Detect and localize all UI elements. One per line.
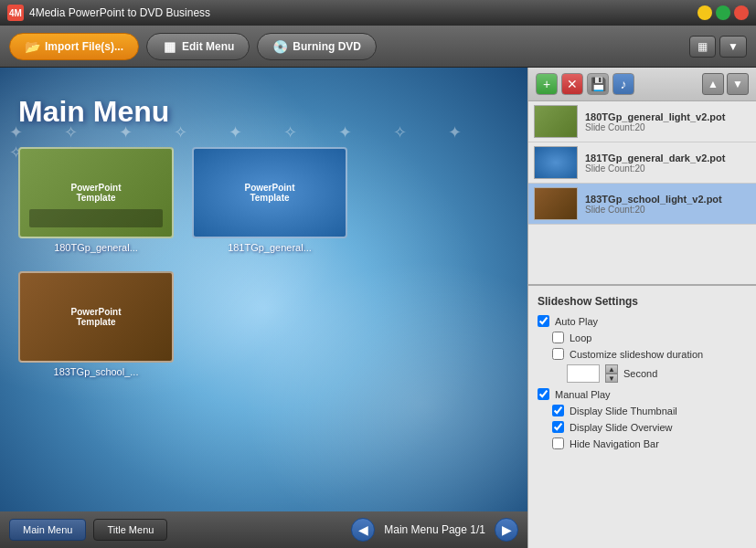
- template-slides-2: Slide Count:20: [585, 163, 751, 174]
- template-thumb-2: [534, 146, 578, 179]
- hide-nav-row: Hide Navigation Bar: [538, 437, 747, 449]
- music-template-button[interactable]: ♪: [612, 73, 634, 95]
- minimize-button[interactable]: [697, 5, 712, 20]
- toolbar-dropdown-button[interactable]: ▼: [719, 36, 747, 58]
- page-label: Main Menu Page 1/1: [384, 523, 485, 536]
- import-icon: 📂: [25, 39, 39, 54]
- display-thumbnail-label[interactable]: Display Slide Thumbnail: [570, 406, 677, 416]
- customize-checkbox[interactable]: [552, 348, 564, 360]
- move-up-button[interactable]: ▲: [702, 73, 724, 95]
- toolbar-right: ▦ ▼: [689, 36, 747, 58]
- display-thumbnail-row: Display Slide Thumbnail: [538, 405, 747, 416]
- manual-play-row: Manual Play: [538, 388, 747, 400]
- list-nav-buttons: ▲ ▼: [702, 73, 749, 95]
- loop-checkbox[interactable]: [552, 332, 564, 343]
- right-panel: + ✕ 💾 ♪ ▲ ▼ 180TGp_general_light_v2.pot …: [527, 68, 756, 548]
- template-thumb-3: [534, 187, 578, 220]
- edit-menu-button[interactable]: ▦ Edit Menu: [146, 33, 250, 60]
- prev-page-button[interactable]: ◀: [351, 518, 375, 542]
- next-page-button[interactable]: ▶: [495, 518, 518, 542]
- maximize-button[interactable]: [716, 5, 730, 20]
- template-info-2: 181TGp_general_dark_v2.pot Slide Count:2…: [585, 153, 751, 174]
- menu-title: Main Menu: [18, 95, 509, 129]
- manual-play-label[interactable]: Manual Play: [555, 389, 611, 400]
- template-info-3: 183TGp_school_light_v2.pot Slide Count:2…: [585, 194, 751, 215]
- slideshow-settings: Slideshow Settings Auto Play Loop Custom…: [528, 284, 756, 463]
- template-info-1: 180TGp_general_light_v2.pot Slide Count:…: [585, 111, 751, 132]
- edit-menu-icon: ▦: [162, 39, 176, 54]
- template-slides-3: Slide Count:20: [585, 205, 751, 215]
- customize-row: Customize slideshow duration: [538, 348, 747, 360]
- toolbar-grid-button[interactable]: ▦: [689, 36, 716, 58]
- thumbnail-label-1: 180TGp_general...: [54, 242, 138, 253]
- customize-label[interactable]: Customize slideshow duration: [570, 349, 703, 360]
- app-icon: 4M: [7, 5, 24, 21]
- auto-play-label[interactable]: Auto Play: [555, 316, 598, 327]
- preview-panel: Main Menu 180TGp_general... 181TGp_gener…: [0, 68, 527, 548]
- display-thumbnail-checkbox[interactable]: [552, 405, 564, 416]
- import-files-button[interactable]: 📂 Import File(s)...: [9, 33, 139, 60]
- burning-dvd-button[interactable]: 💿 Burning DVD: [257, 33, 377, 60]
- template-name-2: 181TGp_general_dark_v2.pot: [585, 153, 751, 163]
- bottom-bar: Main Menu Title Menu ◀ Main Menu Page 1/…: [0, 511, 527, 548]
- second-label: Second: [623, 368, 657, 379]
- duration-input[interactable]: 5: [567, 364, 600, 383]
- spin-up-button[interactable]: ▲: [605, 364, 618, 374]
- display-overview-checkbox[interactable]: [552, 421, 564, 433]
- loop-row: Loop: [538, 332, 747, 343]
- loop-label[interactable]: Loop: [570, 332, 591, 343]
- display-overview-label[interactable]: Display Slide Overview: [570, 422, 672, 433]
- settings-title: Slideshow Settings: [538, 295, 747, 308]
- thumbnail-image-3: [18, 271, 174, 363]
- template-name-3: 183TGp_school_light_v2.pot: [585, 194, 751, 205]
- spin-down-button[interactable]: ▼: [605, 374, 618, 383]
- template-slides-1: Slide Count:20: [585, 122, 751, 132]
- display-overview-row: Display Slide Overview: [538, 421, 747, 433]
- duration-row: 5 ▲ ▼ Second: [538, 364, 747, 383]
- thumbnail-image-1: [18, 147, 174, 238]
- auto-play-row: Auto Play: [538, 315, 747, 327]
- thumbnail-label-2: 181TGp_general...: [228, 242, 312, 253]
- hide-nav-checkbox[interactable]: [552, 437, 564, 449]
- manual-play-checkbox[interactable]: [538, 388, 549, 400]
- add-template-button[interactable]: +: [536, 73, 558, 95]
- main-menu-button[interactable]: Main Menu: [9, 519, 86, 541]
- close-button[interactable]: [734, 5, 749, 20]
- template-item-2[interactable]: 181TGp_general_dark_v2.pot Slide Count:2…: [528, 142, 756, 184]
- template-list-header: + ✕ 💾 ♪ ▲ ▼: [528, 68, 756, 101]
- navigation-area: ◀ Main Menu Page 1/1 ▶: [351, 518, 518, 542]
- remove-template-button[interactable]: ✕: [561, 73, 583, 95]
- thumbnail-item-1[interactable]: 180TGp_general...: [18, 147, 174, 253]
- main-content: Main Menu 180TGp_general... 181TGp_gener…: [0, 68, 756, 548]
- hide-nav-label[interactable]: Hide Navigation Bar: [570, 438, 659, 449]
- template-name-1: 180TGp_general_light_v2.pot: [585, 111, 751, 122]
- thumbnail-item-3[interactable]: 183TGp_school_...: [18, 271, 174, 377]
- auto-play-checkbox[interactable]: [538, 315, 549, 327]
- thumbnail-image-2: [192, 147, 347, 238]
- titlebar: 4M 4Media PowerPoint to DVD Business: [0, 0, 756, 26]
- template-item-1[interactable]: 180TGp_general_light_v2.pot Slide Count:…: [528, 101, 756, 142]
- thumbnail-item-2[interactable]: 181TGp_general...: [192, 147, 347, 253]
- template-item-3[interactable]: 183TGp_school_light_v2.pot Slide Count:2…: [528, 184, 756, 225]
- duration-spinner: ▲ ▼: [605, 364, 618, 383]
- window-controls: [697, 5, 749, 20]
- title-menu-button[interactable]: Title Menu: [93, 519, 167, 541]
- thumbnail-label-3: 183TGp_school_...: [54, 366, 139, 377]
- thumbnails-grid: 180TGp_general... 181TGp_general... 183T…: [18, 147, 509, 377]
- dvd-icon: 💿: [272, 39, 287, 54]
- template-thumb-1: [534, 105, 578, 138]
- toolbar: 📂 Import File(s)... ▦ Edit Menu 💿 Burnin…: [0, 26, 756, 68]
- move-down-button[interactable]: ▼: [727, 73, 749, 95]
- template-list: 180TGp_general_light_v2.pot Slide Count:…: [528, 101, 756, 284]
- save-template-button[interactable]: 💾: [587, 73, 609, 95]
- app-title: 4Media PowerPoint to DVD Business: [29, 6, 697, 19]
